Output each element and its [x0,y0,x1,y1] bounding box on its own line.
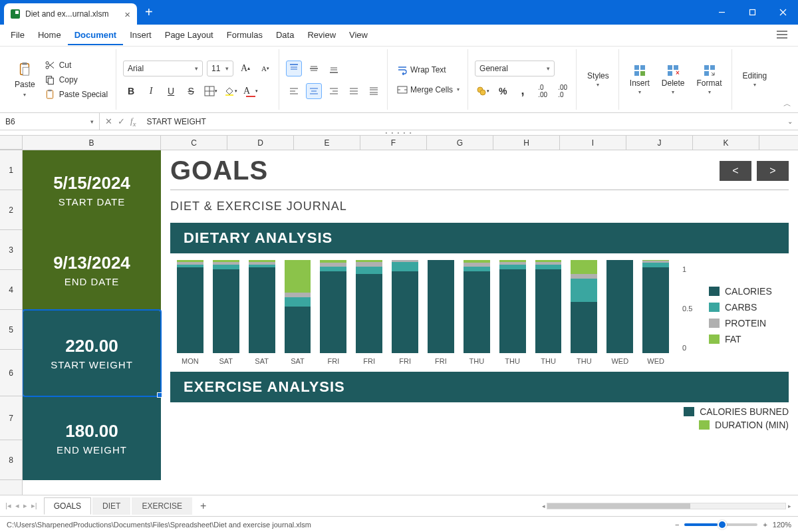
add-sheet-button[interactable]: + [194,497,213,515]
col-header-H[interactable]: H [493,136,560,150]
bold-button[interactable]: B [123,83,139,99]
align-left-button[interactable] [286,83,302,99]
strike-button[interactable]: S [183,83,199,99]
paste-special-button[interactable]: Paste Special [42,88,110,101]
col-header-F[interactable]: F [360,136,427,150]
prev-button[interactable]: < [720,161,751,181]
row-header-3[interactable]: 3 [0,230,22,270]
menu-insert[interactable]: Insert [123,26,158,45]
decrease-decimal-button[interactable]: .00.0 [555,83,571,99]
minimize-button[interactable] [706,0,737,25]
align-top-button[interactable] [286,61,302,76]
delete-button[interactable]: ×Delete▾ [658,51,689,108]
sheet-nav-next[interactable]: ▸ [23,501,27,510]
underline-button[interactable]: U [163,83,179,99]
align-middle-button[interactable] [306,61,322,76]
menu-view[interactable]: View [342,26,374,45]
increase-decimal-button[interactable]: .0.00 [535,83,551,99]
bar-4[interactable]: FRI [320,260,346,365]
kpi-start-weight[interactable]: 220.00START WEIGHT [23,310,161,396]
copy-button[interactable]: Copy [42,73,110,86]
menu-review[interactable]: Review [301,26,342,45]
row-header-1[interactable]: 1 [0,150,22,190]
kpi-end-date[interactable]: 9/13/2024END DATE [23,230,161,310]
row-header-5[interactable]: 5 [0,310,22,350]
col-header-J[interactable]: J [626,136,693,150]
bar-11[interactable]: THU [571,260,597,365]
wrap-text-button[interactable]: Wrap Text [394,63,462,76]
menu-file[interactable]: File [4,26,31,45]
menu-data[interactable]: Data [269,26,301,45]
bar-5[interactable]: FRI [356,260,382,365]
sheet-nav-prev[interactable]: ◂ [15,501,19,510]
tab-close-icon[interactable]: × [124,9,130,20]
close-button[interactable] [767,0,798,25]
row-header-6[interactable]: 6 [0,350,22,396]
horizontal-scrollbar[interactable]: ◂ ▸ [540,502,793,510]
sheet-tab-goals[interactable]: GOALS [44,497,91,515]
borders-button[interactable]: ▾ [203,83,219,99]
number-format-select[interactable]: General▾ [475,61,555,76]
styles-button[interactable]: Styles ▾ [583,51,613,108]
increase-font-button[interactable]: A▴ [237,61,253,76]
hamburger-menu[interactable] [770,27,794,45]
menu-home[interactable]: Home [31,26,68,45]
cut-button[interactable]: Cut [42,59,110,72]
bar-7[interactable]: FRI [428,260,454,365]
font-color-button[interactable]: A▾ [243,83,259,99]
bar-2[interactable]: SAT [249,260,275,365]
next-button[interactable]: > [757,161,789,181]
row-header-4[interactable]: 4 [0,270,22,310]
col-header-G[interactable]: G [427,136,493,150]
col-header-E[interactable]: E [294,136,360,150]
insert-button[interactable]: Insert▾ [626,51,654,108]
col-header-B[interactable]: B [23,136,161,150]
kpi-end-weight[interactable]: 180.00END WEIGHT [23,396,161,480]
align-right-button[interactable] [326,83,342,99]
italic-button[interactable]: I [143,83,159,99]
merge-cells-button[interactable]: Merge Cells▾ [394,83,462,96]
sheet-nav-last[interactable]: ▸| [31,501,37,510]
zoom-slider[interactable] [684,523,757,526]
paste-button[interactable]: Paste ▾ [11,59,39,100]
align-distribute-button[interactable] [366,83,382,99]
decrease-font-button[interactable]: A▾ [257,61,273,76]
formula-input[interactable]: START WEIGHT [141,117,782,126]
row-header-7[interactable]: 7 [0,396,22,440]
file-tab[interactable]: Diet and ex...urnal.xlsm × [4,3,137,25]
sheet-nav-first[interactable]: |◂ [5,501,11,510]
col-header-D[interactable]: D [227,136,294,150]
maximize-button[interactable] [737,0,767,25]
bar-0[interactable]: MON [177,260,203,365]
kpi-start-date[interactable]: 5/15/2024START DATE [23,150,161,230]
bar-12[interactable]: WED [606,260,633,365]
align-justify-button[interactable] [346,83,362,99]
fill-color-button[interactable]: ▾ [223,83,239,99]
new-tab-button[interactable]: + [145,5,153,20]
sheet-tab-exercise[interactable]: EXERCISE [132,497,192,515]
cancel-formula-button[interactable]: ✕ [105,116,112,126]
dietary-chart[interactable]: MONSATSATSATFRIFRIFRIFRITHUTHUTHUTHUWEDW… [170,265,789,365]
currency-button[interactable]: ▾ [475,83,491,99]
split-handle[interactable]: • • • • • [0,130,798,136]
bar-13[interactable]: WED [642,260,669,365]
name-box[interactable]: B6▾ [0,113,100,130]
bar-3[interactable]: SAT [285,260,311,365]
accept-formula-button[interactable]: ✓ [118,116,125,126]
comma-button[interactable]: , [515,83,531,99]
expand-formula-bar[interactable]: ⌄ [782,118,798,125]
collapse-ribbon-button[interactable]: ︿ [783,98,791,110]
row-header-8[interactable]: 8 [0,440,22,480]
font-name-select[interactable]: Arial▾ [123,61,203,76]
format-button[interactable]: Format▾ [693,51,726,108]
bar-1[interactable]: SAT [213,260,239,365]
percent-button[interactable]: % [495,83,511,99]
col-header-K[interactable]: K [693,136,759,150]
menu-document[interactable]: Document [68,26,124,45]
editing-button[interactable]: Editing ▾ [739,51,771,108]
menu-page-layout[interactable]: Page Layout [158,26,220,45]
select-all-corner[interactable] [0,136,23,150]
col-header-I[interactable]: I [560,136,626,150]
bar-6[interactable]: FRI [392,260,418,365]
align-bottom-button[interactable] [326,61,342,76]
